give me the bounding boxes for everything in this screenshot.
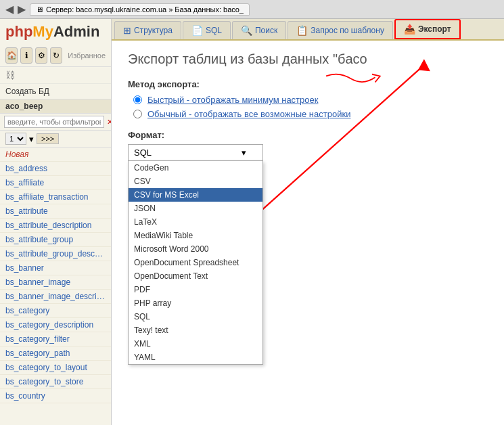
content-area: ⊞ Структура 📄 SQL 🔍 Поиск 📋 Запрос по ша… bbox=[112, 19, 504, 425]
table-item[interactable]: bs_category_description bbox=[0, 318, 111, 332]
pagination-row: 1 ▾ >>> bbox=[0, 131, 111, 148]
sidebar: phpMyAdmin 🏠 ℹ ⚙ ↻ Избранное ⛓ Создать Б… bbox=[0, 19, 112, 425]
tab-sql-label: SQL bbox=[206, 26, 222, 35]
page-title-text: Экспорт таблиц из базы данных "бaco bbox=[128, 51, 367, 66]
dropdown-item-csv-excel[interactable]: CSV for MS Excel bbox=[129, 188, 262, 202]
normal-link[interactable]: Обычный - отображать все возможные настр… bbox=[147, 109, 350, 119]
dropdown-item-phparray[interactable]: PHP array bbox=[129, 296, 262, 310]
quick-label: Быстрый - отображать минимум настроек bbox=[147, 95, 318, 105]
filter-clear-button[interactable]: ✕ bbox=[107, 118, 112, 127]
create-db-section: Создать БД bbox=[0, 84, 111, 99]
page-content: Экспорт таблиц из базы данных "бaco Мето… bbox=[112, 41, 504, 425]
dropdown-item-texy[interactable]: Texy! text bbox=[129, 323, 262, 337]
table-item-affiliate-transaction[interactable]: bs_affiliate_transaction bbox=[0, 190, 111, 204]
tab-sql[interactable]: 📄 SQL bbox=[183, 21, 231, 39]
format-dropdown: CodeGen CSV CSV for MS Excel JSON LaTeX … bbox=[128, 161, 263, 365]
dropdown-item-codegen[interactable]: CodeGen bbox=[129, 161, 262, 175]
dropdown-item-json[interactable]: JSON bbox=[129, 202, 262, 215]
radio-group: Быстрый - отображать минимум настроек Об… bbox=[128, 95, 488, 119]
tab-structure-label: Структура bbox=[134, 26, 173, 35]
dropdown-item-pdf[interactable]: PDF bbox=[129, 283, 262, 296]
table-item[interactable]: bs_address bbox=[0, 162, 111, 176]
next-page-button[interactable]: >>> bbox=[37, 133, 59, 144]
dropdown-item-odt[interactable]: OpenDocument Text bbox=[129, 269, 262, 283]
normal-option-row: Обычный - отображать все возможные настр… bbox=[133, 109, 488, 119]
table-item[interactable]: bs_banner_image_descrip… bbox=[0, 290, 111, 304]
quick-link[interactable]: Быстрый - отображать минимум настроек bbox=[147, 95, 318, 105]
dropdown-item-mediawiki[interactable]: MediaWiki Table bbox=[129, 229, 262, 242]
export-icon: 📤 bbox=[404, 24, 415, 35]
tab-icon: 🖥 bbox=[36, 5, 43, 14]
settings-icon-btn[interactable]: ⚙ bbox=[35, 47, 47, 64]
format-select-display[interactable]: SQL ▾ bbox=[128, 144, 263, 161]
dropdown-item-sql[interactable]: SQL bbox=[129, 310, 262, 323]
page-title: Экспорт таблиц из базы данных "бaco bbox=[128, 51, 488, 67]
tab-bar: ⊞ Структура 📄 SQL 🔍 Поиск 📋 Запрос по ша… bbox=[112, 19, 504, 41]
table-item[interactable]: bs_affiliate bbox=[0, 176, 111, 190]
sidebar-logo: phpMyAdmin bbox=[0, 19, 111, 45]
table-item[interactable]: bs_banner_image bbox=[0, 275, 111, 290]
table-item[interactable]: bs_category_filter bbox=[0, 332, 111, 346]
dropdown-item-yaml[interactable]: YAML bbox=[129, 351, 262, 364]
page-number: ▾ bbox=[29, 134, 34, 144]
tab-query-label: Запрос по шаблону bbox=[311, 26, 384, 35]
create-db-label: Создать БД bbox=[5, 87, 49, 96]
normal-label: Обычный - отображать все возможные настр… bbox=[147, 109, 350, 119]
table-item[interactable]: bs_category_to_layout bbox=[0, 361, 111, 375]
refresh-icon-btn[interactable]: ↻ bbox=[50, 47, 62, 64]
dropdown-arrow-icon: ▾ bbox=[242, 148, 246, 158]
structure-icon: ⊞ bbox=[123, 25, 131, 36]
format-select-wrapper: SQL ▾ CodeGen CSV CSV for MS Excel JSON … bbox=[128, 144, 263, 161]
current-format: SQL bbox=[134, 148, 152, 158]
export-method-label: Метод экспорта: bbox=[128, 79, 488, 89]
tab-export[interactable]: 📤 Экспорт bbox=[394, 19, 461, 39]
table-item[interactable]: bs_category_to_store bbox=[0, 375, 111, 389]
home-icon-btn[interactable]: 🏠 bbox=[5, 47, 18, 64]
dropdown-item-ods[interactable]: OpenDocument Spreadsheet bbox=[129, 256, 262, 269]
chain-icon: ⛓ bbox=[5, 70, 15, 81]
table-item-new[interactable]: Новая bbox=[0, 148, 111, 162]
chain-link-row: ⛓ bbox=[0, 67, 111, 84]
back-button[interactable]: ◀ bbox=[5, 3, 14, 16]
quick-option-row: Быстрый - отображать минимум настроек bbox=[133, 95, 488, 105]
db-name-display[interactable]: aco_beep bbox=[0, 99, 111, 114]
filter-row: ✕ bbox=[0, 114, 111, 131]
db-name: aco_beep bbox=[5, 102, 43, 111]
favorites-label: Избранное bbox=[68, 51, 106, 60]
table-item[interactable]: bs_category_path bbox=[0, 346, 111, 361]
normal-radio[interactable] bbox=[133, 110, 142, 118]
browser-bar: ◀ ▶ 🖥 Сервер: baco.mysql.ukraine.com.ua … bbox=[0, 0, 504, 19]
table-item[interactable]: bs_attribute_description bbox=[0, 219, 111, 233]
table-item[interactable]: bs_country bbox=[0, 389, 111, 403]
table-item[interactable]: bs_attribute_group_descri… bbox=[0, 247, 111, 261]
dropdown-item-word[interactable]: Microsoft Word 2000 bbox=[129, 242, 262, 256]
table-item[interactable]: bs_attribute_group bbox=[0, 233, 111, 247]
main-layout: phpMyAdmin 🏠 ℹ ⚙ ↻ Избранное ⛓ Создать Б… bbox=[0, 19, 504, 425]
info-icon-btn[interactable]: ℹ bbox=[20, 47, 32, 64]
tab-export-label: Экспорт bbox=[418, 24, 451, 34]
filter-input[interactable] bbox=[4, 116, 104, 128]
tab-search[interactable]: 🔍 Поиск bbox=[232, 21, 286, 39]
tab-text: Сервер: baco.mysql.ukraine.com.ua » База… bbox=[46, 5, 244, 14]
table-item[interactable]: bs_category bbox=[0, 304, 111, 318]
tab-search-label: Поиск bbox=[255, 26, 277, 35]
page-select[interactable]: 1 bbox=[5, 133, 26, 145]
tab-query[interactable]: 📋 Запрос по шаблону bbox=[288, 21, 393, 39]
forward-button[interactable]: ▶ bbox=[18, 3, 26, 16]
table-item[interactable]: bs_attribute bbox=[0, 204, 111, 219]
table-list: Новая bs_address bs_affiliate bs_affilia… bbox=[0, 148, 111, 425]
dropdown-item-xml[interactable]: XML bbox=[129, 337, 262, 351]
sidebar-icons: 🏠 ℹ ⚙ ↻ Избранное bbox=[0, 45, 111, 67]
quick-radio[interactable] bbox=[133, 95, 142, 104]
table-item[interactable]: bs_banner bbox=[0, 261, 111, 275]
query-icon: 📋 bbox=[296, 25, 308, 36]
browser-tab: 🖥 Сервер: baco.mysql.ukraine.com.ua » Ба… bbox=[30, 3, 250, 16]
format-label: Формат: bbox=[128, 130, 488, 140]
tab-structure[interactable]: ⊞ Структура bbox=[114, 21, 181, 39]
dropdown-item-latex[interactable]: LaTeX bbox=[129, 215, 262, 229]
dropdown-item-csv[interactable]: CSV bbox=[129, 175, 262, 188]
sql-icon: 📄 bbox=[191, 25, 203, 36]
search-icon: 🔍 bbox=[241, 25, 252, 36]
